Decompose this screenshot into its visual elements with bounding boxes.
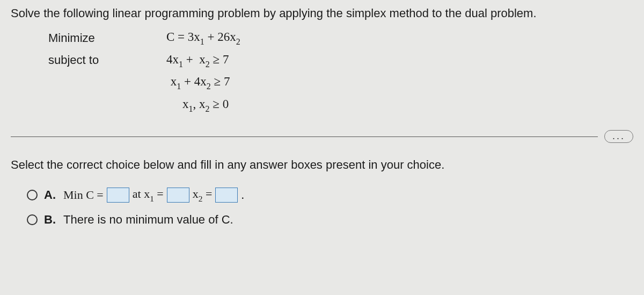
- choice-a: A. Min C = at x1 = x2 = .: [27, 187, 633, 203]
- lp-block: Minimize C = 3x1 + 26x2 subject to 4x1 +…: [48, 30, 633, 113]
- choice-a-letter: A.: [44, 188, 57, 202]
- radio-b[interactable]: [27, 214, 38, 225]
- constraint-3: x1, x2 ≥ 0: [182, 97, 229, 113]
- constraint-2: x1 + 4x2 ≥ 7: [167, 75, 230, 91]
- choice-a-at-x1: at x1 =: [133, 187, 164, 203]
- minimize-label: Minimize: [48, 31, 166, 45]
- answer-box-x2[interactable]: [215, 188, 238, 203]
- choice-a-min-c: Min C =: [63, 188, 104, 202]
- choice-a-x2: x2 =: [193, 187, 213, 203]
- more-button[interactable]: ...: [604, 130, 633, 143]
- objective-function: C = 3x1 + 26x2: [166, 30, 240, 46]
- answer-box-x1[interactable]: [167, 188, 189, 203]
- subject-to-label: subject to: [48, 53, 166, 67]
- problem-statement: Solve the following linear programming p…: [11, 6, 633, 20]
- answer-box-c[interactable]: [107, 188, 129, 203]
- radio-a[interactable]: [27, 190, 38, 200]
- hr-line: [11, 136, 598, 137]
- choice-b-letter: B.: [44, 213, 57, 227]
- instruction-text: Select the correct choice below and fill…: [11, 158, 633, 172]
- choice-a-period: .: [241, 188, 244, 202]
- choice-b-text: There is no minimum value of C.: [63, 213, 233, 227]
- choice-b: B. There is no minimum value of C.: [27, 213, 633, 227]
- choices-block: A. Min C = at x1 = x2 = . B. There is no…: [27, 187, 633, 226]
- constraint-1: 4x1 + x2 ≥ 7: [166, 53, 229, 69]
- divider: ...: [11, 130, 633, 143]
